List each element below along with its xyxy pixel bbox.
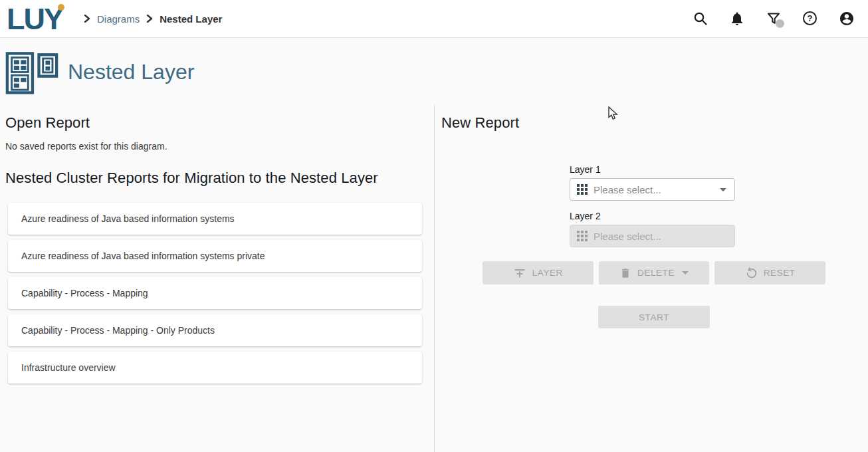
filter-icon[interactable] <box>766 11 782 27</box>
report-list-item[interactable]: Azure readiness of Java based informatio… <box>8 240 422 272</box>
layer1-placeholder: Please select... <box>594 184 661 195</box>
header-icon-bar: ? <box>693 11 860 27</box>
chevron-down-icon <box>720 188 726 191</box>
account-icon[interactable] <box>839 11 855 27</box>
report-name: Infrastructure overview <box>21 362 116 373</box>
start-button[interactable]: START <box>598 306 710 328</box>
nested-layer-diagram-icon <box>5 48 58 96</box>
reset-button[interactable]: RESET <box>714 261 825 284</box>
open-report-panel: Open Report No saved reports exist for t… <box>0 105 434 452</box>
form-button-row: LAYER DELETE RESET <box>483 261 825 284</box>
report-list-item[interactable]: Capability - Process - Mapping - Only Pr… <box>8 314 422 346</box>
report-list-item[interactable]: Infrastructure overview <box>8 352 422 384</box>
new-report-heading: New Report <box>441 114 868 132</box>
logo-text: LUY <box>7 2 62 36</box>
page-title: Nested Layer <box>68 60 194 84</box>
delete-button-label: DELETE <box>637 268 675 278</box>
breadcrumb-item-diagrams[interactable]: Diagrams <box>97 13 140 25</box>
help-glyph: ? <box>808 13 813 23</box>
layer-button-label: LAYER <box>532 268 563 278</box>
delete-button[interactable]: DELETE <box>599 261 710 284</box>
no-saved-reports-message: No saved reports exist for this diagram. <box>5 141 434 152</box>
grid-icon <box>577 231 588 241</box>
layer-button[interactable]: LAYER <box>483 261 594 284</box>
main-content: Open Report No saved reports exist for t… <box>0 105 868 452</box>
report-list-item[interactable]: Capability - Process - Mapping <box>8 277 422 309</box>
notifications-icon[interactable] <box>729 11 745 27</box>
report-name: Azure readiness of Java based informatio… <box>21 213 235 224</box>
undo-icon <box>745 267 758 279</box>
luy-logo[interactable]: LUY <box>7 0 69 38</box>
report-name: Capability - Process - Mapping - Only Pr… <box>21 325 215 336</box>
report-list-item[interactable]: Azure readiness of Java based informatio… <box>8 203 422 235</box>
filter-badge <box>776 19 784 28</box>
trash-icon <box>619 267 631 279</box>
app-header: LUY Diagrams Nested Layer ? <box>0 0 868 38</box>
grid-icon <box>577 184 588 195</box>
new-report-form: Layer 1 Please select... Layer 2 Please … <box>483 164 825 328</box>
start-button-label: START <box>639 312 669 322</box>
layer1-label: Layer 1 <box>570 164 825 175</box>
search-icon[interactable] <box>693 11 708 27</box>
chevron-right-icon <box>84 15 90 23</box>
report-name: Azure readiness of Java based informatio… <box>21 251 265 261</box>
logo-gold-dot-icon <box>58 4 64 11</box>
chevron-down-icon <box>682 271 689 275</box>
layer1-select[interactable]: Please select... <box>570 178 735 201</box>
new-report-panel: New Report Layer 1 Please select... Laye… <box>434 105 868 452</box>
reset-button-label: RESET <box>764 268 796 278</box>
report-list: Azure readiness of Java based informatio… <box>5 203 434 384</box>
page-title-row: Nested Layer <box>0 38 868 105</box>
layer2-placeholder: Please select... <box>594 231 661 242</box>
open-report-heading: Open Report <box>5 114 434 132</box>
breadcrumb: Diagrams Nested Layer <box>84 13 222 25</box>
help-icon[interactable]: ? <box>802 11 818 27</box>
add-layer-icon <box>513 267 526 280</box>
report-name: Capability - Process - Mapping <box>21 288 148 298</box>
breadcrumb-item-current: Nested Layer <box>160 13 222 25</box>
chevron-right-icon <box>146 15 153 23</box>
layer2-select[interactable]: Please select... <box>570 225 735 247</box>
nested-cluster-reports-heading: Nested Cluster Reports for Migration to … <box>5 170 434 187</box>
layer2-label: Layer 2 <box>570 211 825 221</box>
